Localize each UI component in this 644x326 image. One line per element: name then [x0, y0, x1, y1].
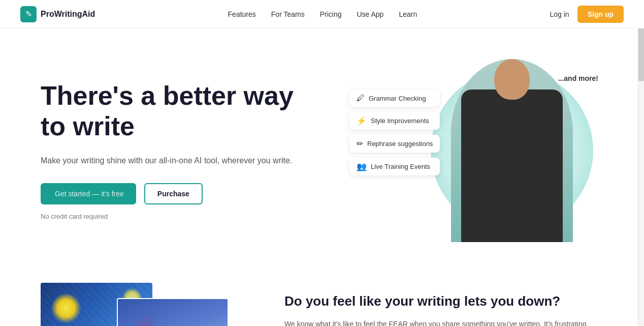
nav-links: Features For Teams Pricing Use App Learn [228, 10, 417, 18]
grammar-label: Grammar Checking [369, 95, 426, 102]
nav-link-learn[interactable]: Learn [399, 10, 417, 18]
feature-pills: 🖊 Grammar Checking ⚡ Style Improvements … [349, 90, 440, 175]
purchase-button[interactable]: Purchase [144, 183, 203, 204]
no-credit-card-text: No credit card required [41, 213, 305, 220]
hero-person [451, 59, 573, 242]
navbar: ✎ ProWritingAid Features For Teams Prici… [0, 0, 644, 28]
person-body [461, 90, 563, 242]
hero-subtitle: Make your writing shine with our all-in-… [41, 154, 305, 167]
style-label: Style Improvements [371, 117, 429, 125]
section2-illustration: My idea in my head [41, 283, 254, 326]
rephrase-icon: ✏ [357, 139, 363, 149]
get-started-label: Get started [55, 190, 90, 198]
grammar-icon: 🖊 [357, 94, 365, 103]
page-scrollbar[interactable] [638, 0, 644, 326]
login-link[interactable]: Log in [550, 10, 569, 18]
training-icon: 👥 [357, 162, 367, 171]
painting-front [117, 298, 229, 326]
nav-link-for-teams[interactable]: For Teams [271, 10, 305, 18]
brand-logo-link[interactable]: ✎ ProWritingAid [20, 6, 95, 22]
pill-training: 👥 Live Training Events [349, 158, 440, 175]
nav-link-features[interactable]: Features [228, 10, 256, 18]
nav-link-use-app[interactable]: Use App [357, 10, 383, 18]
hero-left: There's a better way to write Make your … [41, 81, 305, 220]
person-head [494, 59, 530, 100]
more-badge: ...and more! [558, 74, 598, 82]
spiral1 [133, 314, 158, 326]
hero-buttons: Get started— it's free Purchase [41, 183, 305, 204]
signup-button[interactable]: Sign up [577, 6, 624, 23]
pill-style: ⚡ Style Improvements [349, 112, 440, 130]
pill-grammar: 🖊 Grammar Checking [349, 90, 440, 107]
hero-title: There's a better way to write [41, 81, 305, 142]
section2-title: Do you feel like your writing lets you d… [284, 293, 603, 310]
section2-body: We know what it's like to feel the FEAR … [284, 318, 603, 326]
brand-logo-icon: ✎ [20, 6, 37, 22]
get-started-sub: — it's free [92, 190, 124, 198]
get-started-button[interactable]: Get started— it's free [41, 183, 136, 204]
painting-stack: My idea in my head [41, 283, 234, 326]
style-icon: ⚡ [357, 116, 367, 126]
brand-name: ProWritingAid [41, 10, 95, 19]
training-label: Live Training Events [371, 163, 430, 170]
pill-rephrase: ✏ Rephrase suggestions [349, 135, 440, 153]
rephrase-label: Rephrase suggestions [367, 140, 433, 147]
section2: My idea in my head Do you feel like your… [0, 262, 644, 326]
nav-link-pricing[interactable]: Pricing [320, 10, 342, 18]
hero-illustration: 🖊 Grammar Checking ⚡ Style Improvements … [349, 59, 603, 242]
section2-text-area: Do you feel like your writing lets you d… [284, 283, 603, 326]
hero-section: There's a better way to write Make your … [0, 28, 644, 262]
nav-actions: Log in Sign up [550, 6, 624, 23]
